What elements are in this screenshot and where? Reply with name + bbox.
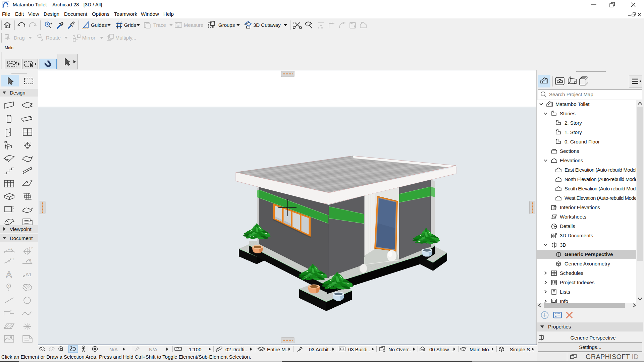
- svg-text:1.2: 1.2: [29, 246, 33, 250]
- svg-text:12: 12: [176, 24, 179, 27]
- svg-text:α: α: [29, 258, 31, 262]
- svg-text:1.2: 1.2: [8, 247, 12, 250]
- svg-text:A: A: [6, 269, 12, 280]
- svg-text:1.2: 1.2: [10, 257, 14, 261]
- svg-text:A1: A1: [25, 272, 32, 277]
- svg-text:1: 1: [8, 285, 10, 288]
